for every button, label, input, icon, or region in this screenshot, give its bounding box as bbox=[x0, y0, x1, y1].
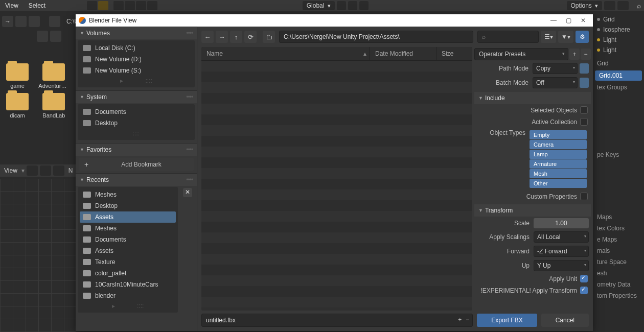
active-collection-label: Active Collection bbox=[532, 118, 577, 126]
panel-recents-head[interactable]: ▼Recents•••• bbox=[76, 173, 197, 186]
object-type-item[interactable]: Mesh bbox=[530, 169, 587, 178]
active-collection-checkbox[interactable] bbox=[580, 118, 588, 126]
col-name[interactable]: Name▴ bbox=[201, 47, 370, 60]
batch-own-dir-icon[interactable] bbox=[580, 78, 589, 88]
forward-button[interactable]: → bbox=[216, 31, 228, 43]
up-button[interactable]: ↑ bbox=[230, 31, 242, 43]
object-type-item[interactable]: Armature bbox=[530, 159, 587, 169]
preset-remove-button[interactable]: − bbox=[581, 49, 591, 60]
apply-unit-checkbox[interactable] bbox=[580, 275, 588, 282]
filename-input[interactable]: untitled.fbx+− bbox=[201, 314, 473, 327]
back-icon[interactable]: → bbox=[2, 16, 13, 27]
outliner-item[interactable]: Grid bbox=[593, 58, 644, 68]
filter-icon[interactable] bbox=[50, 31, 61, 42]
file-list[interactable]: Name▴ Date Modified Size bbox=[201, 47, 472, 311]
add-bookmark-button[interactable]: +Add Bookmark bbox=[79, 158, 194, 171]
folder-thumb[interactable]: BandLab bbox=[38, 93, 69, 118]
object-type-item[interactable]: Lamp bbox=[530, 150, 587, 159]
maximize-icon[interactable]: ▢ bbox=[566, 17, 571, 24]
remove-recent-button[interactable]: ✕ bbox=[183, 188, 192, 197]
object-type-item[interactable]: Camera bbox=[530, 140, 587, 149]
export-button[interactable]: Export FBX bbox=[477, 314, 537, 327]
volume-item[interactable]: Local Disk (C:) bbox=[80, 42, 193, 54]
recent-item[interactable]: Documents bbox=[80, 234, 176, 245]
folder-thumb[interactable]: Adventure_Jel... bbox=[38, 63, 69, 89]
path-mode-select[interactable]: Copy▾ bbox=[533, 63, 578, 74]
col-date[interactable]: Date Modified bbox=[370, 47, 436, 60]
display-mode-button[interactable]: ☰▾ bbox=[541, 31, 556, 43]
forward-select[interactable]: -Z Forward▾ bbox=[534, 246, 589, 257]
bg-uv-grid bbox=[0, 179, 76, 332]
decrement-button[interactable]: − bbox=[466, 316, 469, 323]
up-icon[interactable] bbox=[15, 16, 27, 27]
bg-toolbar: → C:\U bbox=[0, 14, 79, 29]
apply-transform-checkbox[interactable] bbox=[580, 287, 588, 294]
embed-textures-icon[interactable] bbox=[580, 63, 589, 74]
apply-scalings-select[interactable]: All Local▾ bbox=[534, 231, 589, 243]
menu-select[interactable]: Select bbox=[24, 2, 51, 9]
system-item[interactable]: Desktop bbox=[80, 117, 193, 129]
new-folder-icon[interactable] bbox=[49, 16, 60, 27]
col-size[interactable]: Size bbox=[436, 47, 472, 60]
recent-item[interactable]: blender bbox=[80, 290, 176, 301]
back-button[interactable]: ← bbox=[201, 31, 214, 43]
close-icon[interactable]: ✕ bbox=[581, 17, 586, 24]
path-input[interactable]: C:\Users\Nergel\New Unity Project\Assets… bbox=[279, 31, 473, 43]
settings-button[interactable]: ⚙ bbox=[576, 31, 589, 43]
outliner-item[interactable]: Icosphere bbox=[593, 25, 644, 35]
outliner-item[interactable]: Light bbox=[593, 45, 644, 55]
search-input[interactable]: ⌕ bbox=[477, 31, 539, 43]
object-type-item[interactable]: Empty bbox=[530, 130, 587, 139]
recent-item[interactable]: 10CarsIn10MinuteCars bbox=[80, 279, 176, 290]
preset-add-button[interactable]: + bbox=[569, 49, 580, 60]
options-dropdown[interactable]: Options ▾ bbox=[567, 1, 602, 10]
menu-view[interactable]: View bbox=[0, 2, 24, 9]
section-include[interactable]: ▼Include bbox=[474, 92, 591, 104]
cancel-button[interactable]: Cancel bbox=[541, 314, 589, 327]
object-types-list: Empty Camera Lamp Armature Mesh Other bbox=[530, 130, 587, 188]
volume-item[interactable]: New Volume (S:) bbox=[80, 65, 193, 76]
recent-item[interactable]: color_pallet bbox=[80, 268, 176, 279]
recent-item[interactable]: Assets bbox=[80, 245, 176, 256]
scale-input[interactable]: 1.00 bbox=[534, 218, 589, 228]
batch-mode-select[interactable]: Off▾ bbox=[533, 77, 578, 88]
file-dialog: Blender File View — ▢ ✕ ▼Volumes•••• Loc… bbox=[76, 14, 593, 331]
selected-objects-checkbox[interactable] bbox=[580, 106, 588, 114]
folder-thumb[interactable]: dicam bbox=[2, 93, 33, 118]
object-type-item[interactable]: Other bbox=[530, 179, 587, 188]
panel-volumes-head[interactable]: ▼Volumes•••• bbox=[76, 27, 197, 39]
bg-outliner: Grid Icosphere Light Light Grid Grid.001 bbox=[593, 14, 644, 83]
recent-item[interactable]: Meshes bbox=[80, 223, 176, 234]
increment-button[interactable]: + bbox=[458, 316, 462, 323]
refresh-icon[interactable] bbox=[29, 16, 40, 27]
file-rows bbox=[201, 61, 472, 307]
panel-favorites-head[interactable]: ▼Favorites•••• bbox=[76, 143, 197, 156]
bg-tool-icons bbox=[87, 0, 157, 11]
column-headers: Name▴ Date Modified Size bbox=[201, 47, 472, 61]
search-icon[interactable]: ⌕ bbox=[637, 2, 641, 10]
recent-item[interactable]: Texture bbox=[80, 256, 176, 268]
recent-item-selected[interactable]: Assets bbox=[80, 211, 176, 223]
outliner-item[interactable]: Grid bbox=[593, 14, 644, 25]
up-select[interactable]: Y Up▾ bbox=[534, 260, 589, 271]
thumb-view-icon[interactable] bbox=[37, 31, 48, 42]
outliner-item[interactable]: Light bbox=[593, 35, 644, 45]
orientation-dropdown[interactable]: Global ▾ bbox=[303, 1, 335, 10]
custom-props-checkbox[interactable] bbox=[580, 193, 588, 200]
volume-item[interactable]: New Volume (D:) bbox=[80, 54, 193, 65]
new-folder-button[interactable]: 🗀 bbox=[263, 31, 275, 43]
refresh-button[interactable]: ⟳ bbox=[244, 31, 257, 43]
panel-system-head[interactable]: ▼System•••• bbox=[76, 90, 197, 103]
folder-thumb[interactable]: game bbox=[2, 63, 33, 89]
filter-button[interactable]: ▼▾ bbox=[558, 31, 573, 43]
minimize-icon[interactable]: — bbox=[550, 17, 557, 24]
section-transform[interactable]: ▼Transform bbox=[474, 204, 591, 217]
outliner-item-selected[interactable]: Grid.001 bbox=[595, 70, 642, 81]
recent-item[interactable]: Desktop bbox=[80, 200, 176, 211]
menu-view-lower[interactable]: View bbox=[2, 167, 19, 174]
file-toolbar: ← → ↑ ⟳ 🗀 C:\Users\Nergel\New Unity Proj… bbox=[197, 27, 593, 47]
sidebar: ▼Volumes•••• Local Disk (C:) New Volume … bbox=[76, 27, 197, 331]
operator-presets-select[interactable]: Operator Presets▾ bbox=[474, 48, 568, 60]
recent-item[interactable]: Meshes bbox=[80, 189, 176, 200]
system-item[interactable]: Documents bbox=[80, 106, 193, 117]
